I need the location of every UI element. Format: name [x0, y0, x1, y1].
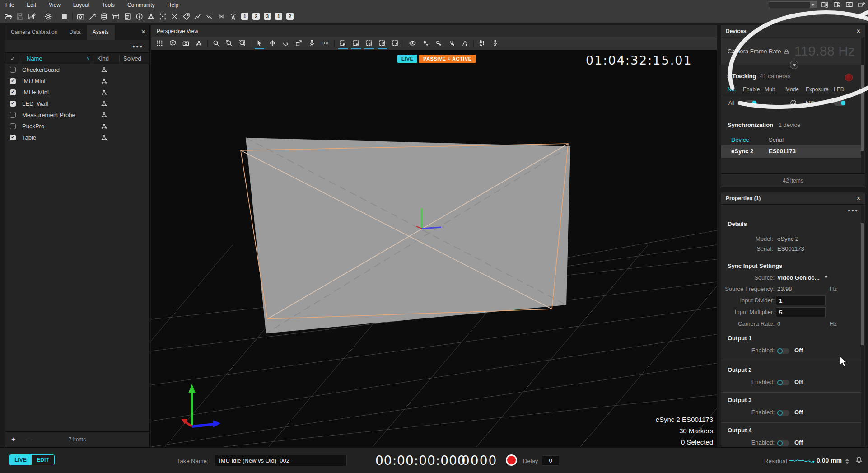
combo-arrow-icon[interactable] — [810, 2, 816, 8]
asset-row[interactable]: Table — [5, 132, 149, 143]
save-as-icon[interactable] — [28, 13, 36, 20]
visibility-eye-icon[interactable] — [408, 38, 417, 49]
layout-2-button[interactable]: 2 — [286, 13, 294, 20]
tab-camera-calibration[interactable]: Camera Calibration — [5, 25, 63, 40]
input-divider-field[interactable] — [776, 295, 826, 305]
menu-tools[interactable]: Tools — [102, 2, 115, 8]
stop-square-icon[interactable] — [61, 13, 68, 20]
take-name-input[interactable] — [215, 455, 347, 466]
asset-checkbox[interactable] — [10, 101, 16, 107]
col-no[interactable]: No. — [728, 86, 736, 93]
properties-menu-button[interactable]: ●●● — [848, 208, 859, 213]
asset-row[interactable]: Measurement Probe — [5, 109, 149, 121]
select-markers-mode-icon[interactable] — [338, 38, 348, 49]
menu-help[interactable]: Help — [168, 2, 179, 8]
frame-rate-expand-button[interactable] — [790, 61, 798, 69]
output-4-enabled-toggle[interactable] — [777, 440, 789, 446]
layout-create-icon[interactable] — [833, 1, 841, 8]
graph-1-icon[interactable] — [194, 13, 202, 20]
record-button[interactable] — [506, 454, 517, 466]
asset-checkbox[interactable] — [10, 78, 16, 84]
asset-row[interactable]: IMU+ Mini — [5, 87, 149, 98]
tab-data[interactable]: Data — [63, 25, 86, 40]
devices-scrollbar[interactable] — [861, 38, 864, 173]
col-mult[interactable]: Mult — [765, 86, 775, 93]
select-rigid-bodies-mode-icon[interactable] — [364, 38, 374, 49]
live-mode-button[interactable]: LIVE — [9, 455, 32, 465]
graph-2-icon[interactable] — [206, 13, 214, 20]
layout-edit-icon[interactable] — [858, 1, 865, 8]
remove-asset-button[interactable]: — — [26, 436, 32, 443]
settings-gear-icon[interactable] — [44, 13, 52, 20]
name-column-header[interactable]: Name˅ — [21, 55, 93, 62]
expander-icon[interactable]: › — [727, 73, 728, 80]
asset-row[interactable]: LED_Wall — [5, 98, 149, 109]
output-2-enabled-toggle[interactable] — [777, 380, 789, 385]
tools-icon[interactable] — [171, 13, 178, 20]
mode-icon[interactable] — [790, 99, 797, 106]
zoom-fit-icon[interactable] — [224, 38, 234, 49]
marker-sticks-icon[interactable] — [434, 38, 443, 49]
select-constraints-mode-icon[interactable] — [391, 38, 400, 49]
close-icon[interactable]: ✕ — [856, 195, 861, 201]
close-icon[interactable]: ✕ — [856, 28, 861, 34]
output-1-enabled-toggle[interactable] — [777, 348, 789, 354]
source-value[interactable]: Video Genloc... — [777, 274, 820, 281]
close-icon[interactable]: ✕ — [141, 28, 146, 35]
asset-checkbox[interactable] — [10, 112, 16, 118]
asset-checkbox[interactable] — [10, 135, 16, 140]
clipboard-icon[interactable] — [124, 13, 131, 20]
info-icon[interactable] — [135, 13, 143, 20]
layers-database-icon[interactable] — [100, 13, 108, 20]
kind-column-header[interactable]: Kind — [93, 55, 120, 62]
rigid-body-icon[interactable] — [147, 13, 155, 20]
tab-assets[interactable]: Assets — [87, 25, 115, 40]
layout-capture-icon[interactable] — [845, 1, 853, 8]
viewport-canvas[interactable]: LIVE PASSIVE + ACTIVE 01:04:32:15.01 eSy… — [151, 51, 717, 447]
edit-mode-button[interactable]: EDIT — [32, 455, 54, 465]
scale-tool-icon[interactable] — [294, 38, 303, 49]
tag-icon[interactable] — [182, 13, 190, 20]
camera-icon[interactable] — [77, 13, 84, 20]
asset-row[interactable]: PuckPro — [5, 121, 149, 132]
col-mode[interactable]: Mode — [785, 86, 799, 93]
viewport-3-button[interactable]: 3 — [264, 13, 271, 20]
layout-preset-select[interactable] — [769, 1, 817, 8]
view-menu-icon[interactable] — [155, 38, 164, 49]
check-column-header[interactable]: ✓ — [5, 55, 21, 62]
input-multiplier-field[interactable] — [776, 307, 826, 317]
local-coords-button[interactable]: LCL — [320, 38, 331, 49]
layout-calibrate-icon[interactable] — [821, 1, 829, 8]
translate-tool-icon[interactable] — [268, 38, 277, 49]
skeleton-solid-icon[interactable] — [490, 38, 500, 49]
asset-checkbox[interactable] — [10, 89, 16, 95]
select-cameras-mode-icon[interactable] — [351, 38, 361, 49]
residual-stepper[interactable] — [845, 457, 849, 466]
menu-community[interactable]: Community — [127, 2, 155, 8]
menu-file[interactable]: File — [5, 2, 14, 8]
save-icon[interactable] — [16, 13, 24, 20]
col-device[interactable]: Device — [731, 136, 749, 143]
viewport-1-button[interactable]: 1 — [241, 13, 248, 20]
menu-view[interactable]: View — [49, 2, 61, 8]
notifications-bell-icon[interactable] — [855, 456, 863, 464]
solved-column-header[interactable]: Solved — [120, 55, 149, 62]
marker-labels-icon[interactable] — [421, 38, 430, 49]
skeleton-visual-icon[interactable] — [477, 38, 487, 49]
marker-set-icon[interactable] — [159, 13, 167, 20]
menu-layout[interactable]: Layout — [73, 2, 89, 8]
add-asset-button[interactable]: + — [11, 436, 15, 444]
panel-menu-button[interactable]: ●●● — [5, 40, 149, 52]
col-serial[interactable]: Serial — [769, 136, 784, 143]
row-exposure[interactable]: 500 µs — [806, 100, 822, 106]
antenna-tower-icon[interactable] — [229, 13, 237, 20]
marker-rays-icon[interactable] — [447, 38, 457, 49]
viewport-2-button[interactable]: 2 — [252, 13, 260, 20]
sync-device-row[interactable]: eSync 2 ES001173 — [721, 145, 861, 158]
tracking-group-row[interactable]: › Tracking 41 cameras — [727, 73, 790, 80]
col-exposure[interactable]: Exposure — [806, 86, 829, 93]
marker-history-icon[interactable] — [460, 38, 470, 49]
select-tool-icon[interactable] — [255, 38, 264, 49]
asset-row[interactable]: IMU Mini — [5, 75, 149, 87]
properties-scrollbar[interactable] — [861, 205, 864, 446]
